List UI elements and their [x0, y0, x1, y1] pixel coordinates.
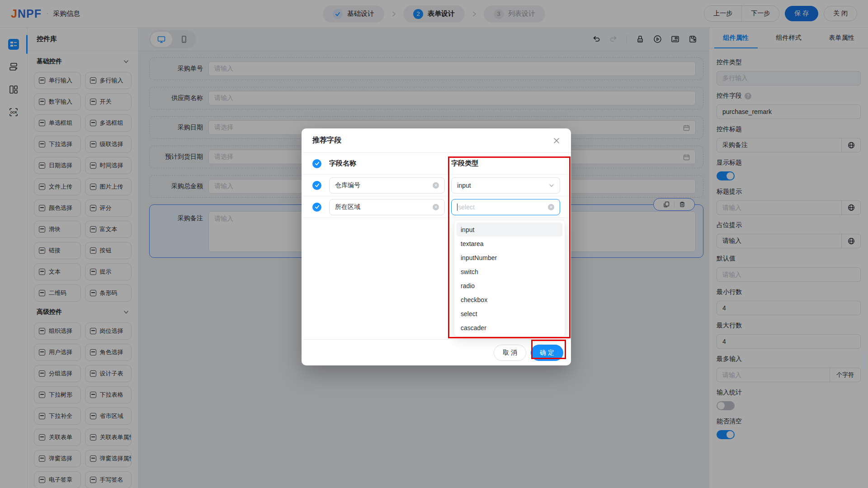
- column-field-type: 字段类型: [451, 159, 560, 168]
- select-all-checkbox[interactable]: [312, 159, 321, 168]
- dropdown-option[interactable]: checkbox: [457, 293, 562, 307]
- row-checkbox[interactable]: [312, 181, 321, 190]
- clear-icon[interactable]: ✕: [433, 182, 439, 189]
- modal-footer: 取 消 确 定: [302, 339, 571, 365]
- dropdown-option[interactable]: switch: [457, 265, 562, 279]
- row-checkbox[interactable]: [312, 203, 321, 212]
- dropdown-option[interactable]: select: [457, 307, 562, 321]
- close-icon[interactable]: [553, 137, 560, 144]
- modal-table-header: 字段名称 字段类型: [302, 153, 571, 175]
- modal-header: 推荐字段: [302, 128, 571, 153]
- dropdown-option[interactable]: cascader: [457, 321, 562, 335]
- clear-icon[interactable]: ✕: [433, 204, 439, 210]
- field-type-select[interactable]: input: [451, 177, 560, 194]
- dropdown-option[interactable]: radio: [457, 279, 562, 293]
- dropdown-option[interactable]: input: [457, 223, 562, 237]
- dropdown-option[interactable]: inputNumber: [457, 251, 562, 265]
- modal-row-warehouse-no: 仓库编号 ✕ input: [302, 175, 571, 196]
- field-name-input[interactable]: 仓库编号 ✕: [329, 177, 445, 194]
- clear-icon[interactable]: ✕: [548, 204, 554, 210]
- text-caret: [457, 204, 458, 211]
- chevron-down-icon: [549, 183, 554, 188]
- confirm-button[interactable]: 确 定: [531, 345, 563, 361]
- cancel-button[interactable]: 取 消: [494, 345, 526, 361]
- field-type-combobox-focused[interactable]: select ✕: [451, 199, 560, 215]
- recommend-fields-modal: 推荐字段 字段名称 字段类型 仓库编号 ✕ input 所在区域 ✕: [302, 128, 571, 365]
- column-field-name: 字段名称: [329, 159, 445, 168]
- modal-title: 推荐字段: [312, 136, 341, 145]
- dropdown-option[interactable]: textarea: [457, 237, 562, 251]
- dropdown-scrollbar[interactable]: [862, 352, 865, 369]
- field-name-input[interactable]: 所在区域 ✕: [329, 199, 445, 215]
- modal-row-region: 所在区域 ✕ select ✕: [302, 196, 571, 218]
- field-type-dropdown: input textarea inputNumber switch radio …: [454, 220, 565, 336]
